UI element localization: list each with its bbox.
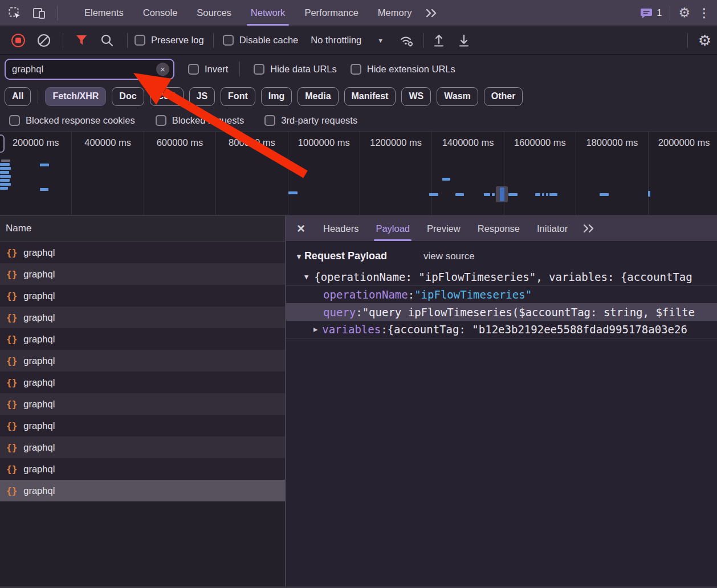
resource-type-chip[interactable]: JS [189, 87, 215, 106]
throttling-select[interactable]: No throttling ▼ [311, 35, 384, 46]
request-row[interactable]: {} graphql [0, 371, 285, 393]
device-toolbar-icon[interactable] [32, 6, 47, 20]
divider [127, 33, 128, 48]
timeline-mark [0, 187, 8, 190]
third-party-requests-checkbox[interactable] [264, 115, 275, 126]
resource-type-chip[interactable]: Other [484, 87, 523, 106]
panel-tab[interactable]: Elements [75, 0, 133, 26]
hide-extension-urls-checkbox[interactable] [351, 64, 361, 75]
request-row[interactable]: {} graphql [0, 307, 285, 328]
inspect-element-icon[interactable] [8, 6, 22, 20]
timeline-mark [542, 193, 544, 196]
timeline-mark [508, 193, 518, 196]
query-value: "query ipFlowTimeseries($accountTag: str… [362, 306, 695, 318]
network-filter-row: × Invert Hide data URLs Hide extension U… [0, 55, 717, 83]
detail-tab[interactable]: Initiator [528, 216, 576, 241]
request-row[interactable]: {} graphql [0, 480, 285, 501]
panel-tab[interactable]: Console [133, 0, 188, 26]
detail-tab[interactable]: Response [469, 216, 528, 241]
blocked-response-cookies-label: Blocked response cookies [26, 115, 135, 126]
resource-type-chip[interactable]: CSS [150, 87, 184, 106]
request-name: graphql [23, 269, 55, 280]
filter-input[interactable] [6, 64, 156, 75]
resource-type-chip[interactable]: WS [401, 87, 431, 106]
devtools-tab-bar: ElementsConsoleSourcesNetworkPerformance… [0, 0, 717, 26]
detail-tab[interactable]: Payload [367, 216, 418, 241]
detail-tab[interactable]: Preview [418, 216, 469, 241]
payload-preview-line[interactable]: ▼ {operationName: "ipFlowTimeseries", va… [286, 268, 717, 285]
timeline-mark [442, 178, 450, 181]
filter-funnel-icon[interactable] [75, 34, 88, 47]
resource-type-chip[interactable]: Img [261, 87, 292, 106]
invert-checkbox[interactable] [188, 64, 199, 75]
divider [63, 33, 63, 48]
detail-tab-bar: × HeadersPayloadPreviewResponseInitiator [286, 216, 717, 242]
resource-type-chip[interactable]: All [5, 87, 31, 106]
panel-tab[interactable]: Memory [368, 0, 422, 26]
operation-key: operationName [323, 288, 408, 301]
issues-message-badge[interactable]: 1 [640, 7, 662, 19]
disable-cache-checkbox[interactable] [223, 35, 234, 46]
view-source-link[interactable]: view source [423, 251, 475, 262]
preserve-log-checkbox[interactable] [135, 35, 145, 46]
timeline-scroll-handle[interactable] [0, 134, 5, 153]
clear-network-log-icon[interactable] [36, 33, 51, 48]
hide-data-urls-checkbox[interactable] [254, 64, 264, 75]
divider [239, 62, 240, 76]
request-name: graphql [23, 312, 55, 323]
json-braces-icon: {} [6, 377, 17, 388]
request-name: graphql [23, 334, 55, 345]
blocked-response-cookies-checkbox[interactable] [9, 115, 20, 126]
resource-type-chip[interactable]: Manifest [344, 87, 396, 106]
clear-filter-icon[interactable]: × [156, 63, 169, 76]
close-details-icon[interactable]: × [286, 222, 315, 235]
request-row[interactable]: {} graphql [0, 436, 285, 458]
timeline-mark [455, 193, 464, 196]
request-row[interactable]: {} graphql [0, 393, 285, 415]
payload-query-row[interactable]: query: "query ipFlowTimeseries($accountT… [286, 303, 717, 321]
more-tabs-icon[interactable] [425, 8, 439, 18]
request-payload-title: Request Payload [304, 250, 387, 262]
request-row[interactable]: {} graphql [0, 350, 285, 371]
payload-variables-row[interactable]: ▶ variables: {accountTag: "b12e3b2192ee5… [286, 321, 717, 338]
blocked-requests-checkbox[interactable] [156, 115, 166, 126]
payload-view: ▼ Request Payload view source ▼ {operati… [286, 242, 717, 588]
resource-type-chip[interactable]: Wasm [437, 87, 478, 106]
more-detail-tabs-icon[interactable] [582, 223, 597, 234]
request-row[interactable]: {} graphql [0, 415, 285, 436]
import-har-icon[interactable] [432, 33, 446, 48]
search-icon[interactable] [100, 33, 115, 48]
detail-tab[interactable]: Headers [315, 216, 367, 241]
network-settings-gear-icon[interactable]: ⚙ [698, 33, 711, 48]
request-row[interactable]: {} graphql [0, 242, 285, 263]
preserve-log-label: Preserve log [151, 35, 204, 46]
name-column-header[interactable]: Name [0, 216, 285, 242]
request-row[interactable]: {} graphql [0, 285, 285, 307]
panel-tab[interactable]: Sources [187, 0, 241, 26]
export-har-icon[interactable] [457, 33, 471, 48]
timeline-mark [535, 193, 540, 196]
payload-operation-row[interactable]: operationName: "ipFlowTimeseries" [286, 285, 717, 303]
resource-type-chip[interactable]: Media [298, 87, 338, 106]
record-network-log-button[interactable] [11, 34, 25, 47]
request-name: graphql [23, 399, 55, 410]
network-conditions-icon[interactable] [398, 33, 415, 48]
filter-input-box: × [5, 59, 174, 80]
resource-type-chip[interactable]: Doc [112, 87, 144, 106]
collapse-triangle-icon[interactable]: ▼ [295, 252, 303, 261]
panel-tab[interactable]: Performance [295, 0, 368, 26]
request-row[interactable]: {} graphql [0, 328, 285, 350]
panel-tab[interactable]: Network [241, 0, 295, 26]
request-row[interactable]: {} graphql [0, 263, 285, 285]
resource-type-chip[interactable]: Font [221, 87, 255, 106]
expand-triangle-icon[interactable]: ▼ [304, 273, 308, 281]
timeline-mark [600, 193, 609, 196]
kebab-menu-icon[interactable]: ⋮ [698, 7, 710, 19]
expand-triangle-icon[interactable]: ▶ [313, 325, 317, 333]
network-overview-timeline[interactable]: 200000 ms400000 ms600000 ms800000 ms1000… [0, 131, 717, 216]
request-row[interactable]: {} graphql [0, 458, 285, 480]
chevron-down-icon: ▼ [377, 37, 384, 44]
json-braces-icon: {} [6, 269, 17, 280]
resource-type-chip[interactable]: Fetch/XHR [45, 87, 106, 106]
settings-gear-icon[interactable]: ⚙ [678, 6, 690, 19]
